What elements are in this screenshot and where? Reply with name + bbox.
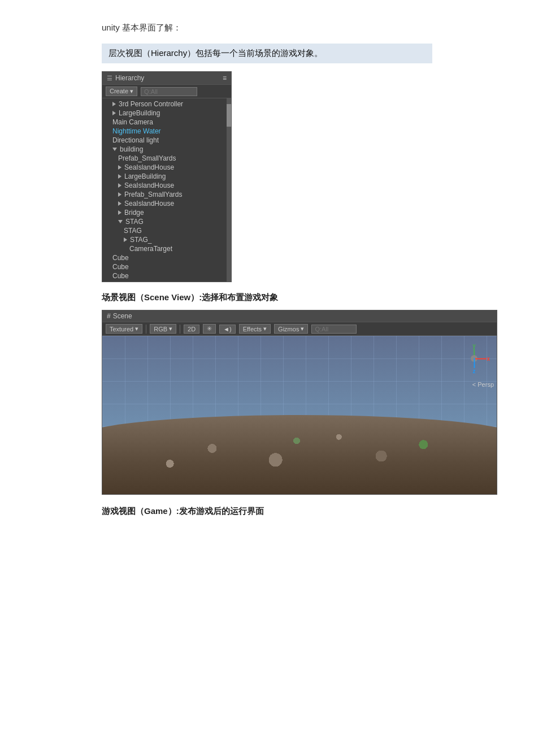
list-item[interactable]: Directional light	[102, 136, 227, 145]
scene-persp-label: < Persp	[472, 381, 494, 388]
list-item[interactable]: Cube	[102, 271, 227, 280]
item-label: 3rd Person Controller	[119, 100, 183, 108]
item-label: Nighttime Water	[112, 127, 161, 135]
scene-tab-label: Scene	[113, 312, 132, 320]
effects-button[interactable]: Effects ▾	[239, 324, 271, 334]
list-item[interactable]: Cube	[102, 253, 227, 262]
hierarchy-section-label: 层次视图（Hierarchy）包括每一个当前场景的游戏对象。	[108, 48, 323, 58]
twod-button[interactable]: 2D	[184, 325, 199, 334]
item-label: STAG	[125, 218, 144, 226]
expand-icon	[118, 210, 121, 215]
list-item[interactable]: SeaIslandHouse	[102, 163, 227, 172]
hierarchy-list-container: 3rd Person Controller LargeBuilding Main…	[102, 98, 227, 282]
twod-label: 2D	[188, 326, 196, 332]
gizmos-label: Gizmos	[278, 326, 299, 332]
textured-button[interactable]: Textured ▾	[106, 324, 142, 334]
list-item[interactable]: 3rd Person Controller	[102, 100, 227, 109]
scene-toolbar: Textured ▾ RGB ▾ 2D ✳ ◄) Effects ▾	[102, 322, 497, 336]
list-item[interactable]: STAG_	[102, 235, 227, 244]
game-section-strong: 游戏视图（Game）:发布游戏后的运行界面	[102, 506, 264, 516]
hierarchy-section-header: 层次视图（Hierarchy）包括每一个当前场景的游戏对象。	[102, 44, 432, 63]
audio-button[interactable]: ◄)	[219, 325, 236, 334]
gizmos-arrow: ▾	[301, 325, 304, 332]
gizmo-y-label: y	[472, 343, 476, 349]
page-container: unity 基本界面了解： 层次视图（Hierarchy）包括每一个当前场景的游…	[0, 0, 534, 539]
gizmo-z-axis: z	[473, 358, 476, 374]
gizmo-x-axis: x	[475, 356, 490, 362]
list-item[interactable]: SeaIslandHouse	[102, 199, 227, 208]
item-label: SeaIslandHouse	[124, 163, 174, 171]
rgb-label: RGB	[154, 326, 167, 332]
rgb-arrow: ▾	[169, 325, 172, 332]
effects-arrow: ▾	[263, 325, 267, 332]
hierarchy-list-icon: ☰	[107, 75, 112, 82]
scene-section-label: 场景视图（Scene View）:选择和布置游戏对象	[102, 292, 432, 303]
item-label: STAG_	[130, 236, 151, 244]
item-label: SeaIslandHouse	[124, 200, 174, 208]
list-item-bridge[interactable]: Bridge	[102, 208, 227, 217]
expand-icon	[118, 192, 121, 197]
rgb-button[interactable]: RGB ▾	[150, 324, 176, 334]
gizmo-x-line	[475, 358, 487, 359]
hierarchy-panel: ☰ Hierarchy ≡ Create ▾ 3rd Person Contro…	[102, 71, 232, 282]
list-item[interactable]: LargeBuilding	[102, 172, 227, 181]
list-item[interactable]: Cube	[102, 262, 227, 271]
effects-label: Effects	[243, 326, 262, 332]
hierarchy-wrapper: 3rd Person Controller LargeBuilding Main…	[102, 98, 231, 282]
textured-arrow: ▾	[135, 325, 138, 332]
item-label: Prefab_SmallYards	[124, 191, 183, 198]
list-item[interactable]: Main Camera	[102, 118, 227, 127]
hierarchy-scrollbar[interactable]	[227, 98, 231, 282]
hierarchy-create-button[interactable]: Create ▾	[106, 87, 137, 96]
item-label: CameraTarget	[129, 245, 172, 253]
list-item[interactable]: LargeBuilding	[102, 109, 227, 118]
gizmos-button[interactable]: Gizmos ▾	[274, 324, 308, 334]
list-item[interactable]: CameraTarget	[102, 244, 227, 253]
scene-terrain	[102, 415, 497, 494]
hierarchy-titlebar: ☰ Hierarchy ≡	[102, 72, 231, 85]
list-item[interactable]: STAG	[102, 226, 227, 235]
hierarchy-search-input[interactable]	[141, 87, 197, 96]
gizmo-z-line	[474, 358, 475, 368]
list-item[interactable]: Prefab_SmallYards	[102, 190, 227, 199]
list-item-nighttime-water[interactable]: Nighttime Water	[102, 127, 227, 136]
item-label: Directional light	[112, 136, 159, 144]
scene-tab[interactable]: # Scene	[107, 312, 132, 320]
expand-icon	[118, 201, 121, 206]
expand-icon	[118, 165, 121, 170]
toolbar-separator	[146, 325, 146, 334]
list-item[interactable]: Prefab_SmallYards	[102, 154, 227, 163]
item-label: Cube	[112, 272, 129, 280]
scene-search-input[interactable]	[311, 325, 357, 334]
list-item[interactable]: SeaIslandHouse	[102, 181, 227, 190]
item-label: Main Camera	[112, 118, 153, 126]
scrollbar-thumb[interactable]	[227, 104, 231, 127]
item-label: Cube	[112, 254, 129, 262]
item-label: Cube	[112, 263, 129, 271]
gizmo-z-label: z	[473, 368, 476, 374]
hierarchy-toolbar: Create ▾	[102, 85, 231, 98]
item-label: Bridge	[124, 209, 144, 217]
list-item-building[interactable]: building	[102, 145, 227, 154]
gizmo-x-label: x	[487, 356, 490, 362]
item-label: Prefab_SmallYards	[118, 154, 176, 162]
list-item-stag[interactable]: STAG	[102, 217, 227, 226]
hierarchy-titlebar-left: ☰ Hierarchy	[107, 74, 144, 82]
scene-titlebar: # Scene	[102, 310, 497, 322]
item-label: SeaIslandHouse	[124, 182, 174, 189]
hierarchy-list: 3rd Person Controller LargeBuilding Main…	[102, 98, 227, 282]
item-label: LargeBuilding	[124, 172, 166, 180]
expand-icon	[112, 111, 116, 115]
scene-viewport[interactable]: y x z < Persp	[102, 336, 497, 494]
expand-icon	[118, 174, 121, 179]
sun-button[interactable]: ✳	[203, 324, 216, 334]
create-label: Create ▾	[110, 88, 133, 95]
item-label: STAG	[124, 227, 142, 235]
expand-icon	[118, 183, 121, 188]
hierarchy-menu-icon[interactable]: ≡	[223, 74, 227, 82]
textured-label: Textured	[110, 326, 133, 332]
scene-panel: # Scene Textured ▾ RGB ▾ 2D ✳ ◄)	[102, 310, 497, 495]
audio-icon: ◄)	[223, 326, 232, 332]
item-label: building	[120, 145, 143, 153]
hierarchy-title: Hierarchy	[115, 74, 144, 82]
